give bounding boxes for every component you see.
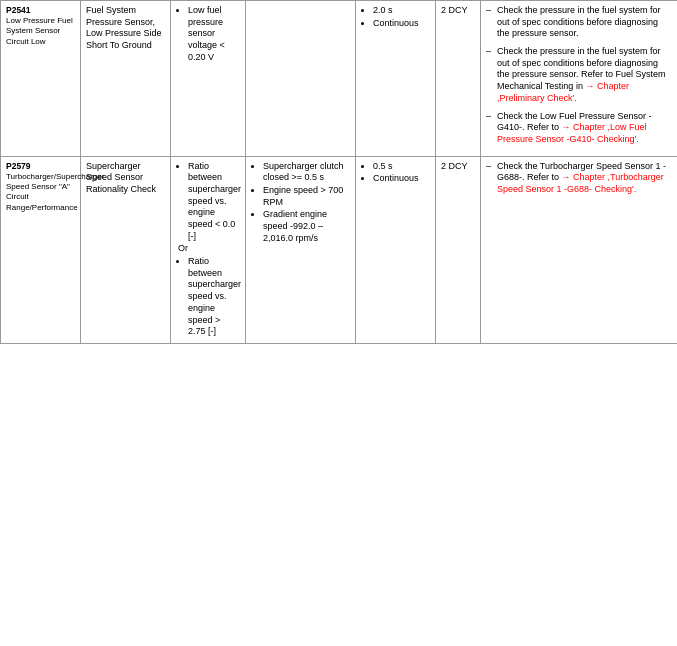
system-text: Fuel System Pressure Sensor, Low Pressur… [86,5,162,50]
condition-cell: Ratio between supercharger speed vs. eng… [171,156,246,343]
action-item-3: – Check the Low Fuel Pressure Sensor -G4… [486,111,672,146]
fault-code-subtitle: Low Pressure Fuel System Sensor Circuit … [6,16,75,47]
action-item-2: – Check the pressure in the fuel system … [486,46,672,104]
action-item-1: – Check the pressure in the fuel system … [486,5,672,40]
action-dash: – [486,5,494,40]
time-value: 0.5 s [373,161,430,173]
condition-cell: Low fuel pressure sensor voltage < 0.20 … [171,1,246,157]
action-text-1: Check the Turbocharger Speed Sensor 1 -G… [497,161,672,196]
condition-or: Or [178,243,240,255]
fault-code: P2579 [6,161,75,172]
condition-item: Low fuel pressure sensor voltage < 0.20 … [188,5,240,63]
dcy-cell: 2 DCY [436,156,481,343]
dcy-value: 2 DCY [441,161,468,171]
fault-code-cell: P2579 Turbocharger/Supercharger Speed Se… [1,156,81,343]
extra-condition-1: Supercharger clutch closed >= 0.5 s [263,161,350,184]
time-cell: 0.5 s Continuous [356,156,436,343]
extra-condition-3: Gradient engine speed -992.0 – 2,016.0 r… [263,209,350,244]
time-type: Continuous [373,173,430,185]
fault-code-cell: P2541 Low Pressure Fuel System Sensor Ci… [1,1,81,157]
condition-item-1: Ratio between supercharger speed vs. eng… [188,161,240,243]
action-text-1: Check the pressure in the fuel system fo… [497,5,672,40]
action-dash: – [486,161,494,196]
action-item-1: – Check the Turbocharger Speed Sensor 1 … [486,161,672,196]
system-cell: Supercharger Speed Sensor Rationality Ch… [81,156,171,343]
time-value: 2.0 s [373,5,430,17]
dcy-cell: 2 DCY [436,1,481,157]
condition-item-2: Ratio between supercharger speed vs. eng… [188,256,240,338]
action-text-prefix: Check the pressure in the fuel system fo… [497,46,666,91]
dcy-value: 2 DCY [441,5,468,15]
action-cell: – Check the Turbocharger Speed Sensor 1 … [481,156,678,343]
time-type: Continuous [373,18,430,30]
action-dash: – [486,46,494,104]
time-cell: 2.0 s Continuous [356,1,436,157]
extra-condition-cell: Supercharger clutch closed >= 0.5 s Engi… [246,156,356,343]
system-cell: Fuel System Pressure Sensor, Low Pressur… [81,1,171,157]
table-row: P2541 Low Pressure Fuel System Sensor Ci… [1,1,678,157]
action-text-2: Check the pressure in the fuel system fo… [497,46,672,104]
fault-code-subtitle: Turbocharger/Supercharger Speed Sensor "… [6,172,75,214]
table-row: P2579 Turbocharger/Supercharger Speed Se… [1,156,678,343]
system-text: Supercharger Speed Sensor Rationality Ch… [86,161,156,194]
extra-condition-2: Engine speed > 700 RPM [263,185,350,208]
fault-code: P2541 [6,5,75,16]
action-text-3: Check the Low Fuel Pressure Sensor -G410… [497,111,672,146]
action-dash: – [486,111,494,146]
extra-condition-cell [246,1,356,157]
action-cell: – Check the pressure in the fuel system … [481,1,678,157]
